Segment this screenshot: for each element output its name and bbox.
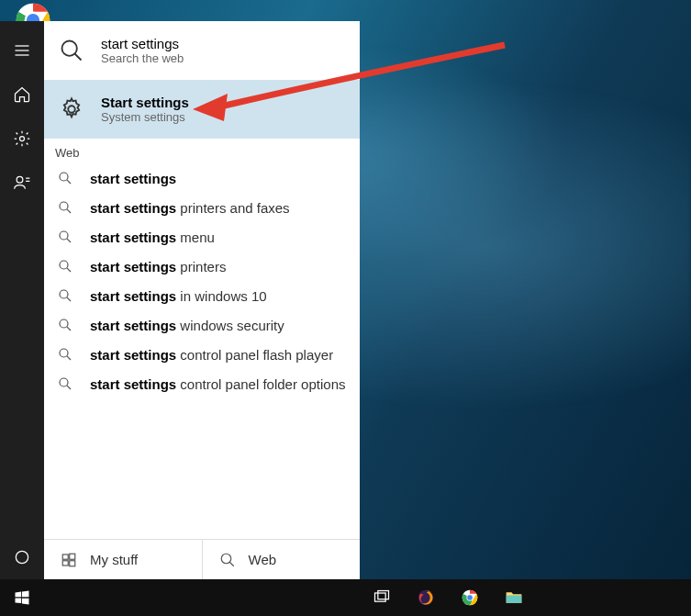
svg-rect-30 (62, 554, 68, 559)
svg-point-22 (60, 290, 68, 298)
result-search-web[interactable]: start settings Search the web (44, 21, 360, 80)
svg-rect-32 (62, 560, 68, 565)
search-icon (57, 229, 73, 245)
svg-line-19 (67, 239, 71, 242)
search-icon (57, 258, 73, 274)
result-subtitle: Search the web (101, 51, 184, 65)
web-suggestion[interactable]: start settings in windows 10 (44, 281, 360, 310)
gear-icon (57, 95, 86, 124)
result-title: start settings (101, 36, 184, 51)
svg-point-26 (60, 349, 68, 357)
search-results-panel: start settings Search the web Start sett… (44, 21, 360, 579)
svg-line-25 (67, 327, 71, 330)
task-view-icon (373, 588, 391, 607)
start-button[interactable] (0, 579, 44, 616)
web-suggestion[interactable]: start settings control panel flash playe… (44, 340, 360, 369)
taskbar-task-view[interactable] (360, 579, 404, 616)
svg-line-17 (67, 209, 71, 213)
web-suggestion[interactable]: start settings (44, 163, 360, 193)
svg-rect-38 (378, 591, 389, 599)
search-scope-footer: My stuff Web (44, 539, 360, 579)
svg-point-14 (60, 173, 68, 181)
tab-label: Web (249, 552, 277, 567)
svg-line-29 (67, 386, 71, 389)
taskbar-chrome[interactable] (448, 579, 492, 616)
web-suggestion-text: start settings control panel folder opti… (90, 376, 346, 392)
chrome-icon (461, 588, 479, 607)
gear-icon[interactable] (0, 117, 44, 161)
search-icon (57, 199, 73, 216)
result-title: Start settings (101, 95, 189, 110)
search-icon (57, 317, 73, 333)
tab-label: My stuff (90, 552, 138, 567)
svg-rect-31 (70, 554, 75, 559)
svg-line-12 (75, 54, 82, 61)
firefox-icon (417, 588, 435, 607)
web-suggestion-text: start settings in windows 10 (90, 288, 267, 304)
web-suggestion-text: start settings menu (90, 230, 215, 245)
feedback-icon[interactable] (0, 161, 44, 205)
folder-icon (505, 588, 523, 607)
web-suggestion[interactable]: start settings windows security (44, 310, 360, 340)
windows-icon (13, 588, 31, 607)
svg-line-23 (67, 297, 71, 301)
hamburger-icon[interactable] (0, 28, 44, 73)
svg-point-10 (16, 551, 28, 563)
svg-point-11 (62, 41, 77, 56)
search-icon (219, 552, 236, 568)
web-suggestion-text: start settings control panel flash playe… (90, 347, 333, 363)
search-icon (57, 36, 86, 65)
svg-point-9 (17, 176, 23, 183)
search-icon (57, 346, 73, 363)
svg-point-20 (60, 261, 68, 269)
search-icon (57, 375, 73, 392)
taskbar-firefox[interactable] (404, 579, 448, 616)
svg-point-28 (60, 378, 68, 386)
svg-line-15 (67, 180, 71, 184)
svg-point-34 (221, 554, 231, 564)
taskbar (0, 579, 691, 616)
svg-rect-33 (70, 560, 75, 566)
svg-line-27 (67, 356, 71, 360)
web-suggestion-text: start settings printers (90, 259, 226, 274)
section-header-web: Web (44, 139, 360, 163)
svg-line-35 (229, 562, 234, 566)
search-icon (57, 287, 73, 304)
svg-line-21 (67, 268, 71, 272)
web-suggestion-text: start settings (90, 171, 176, 186)
taskbar-file-explorer[interactable] (492, 579, 536, 616)
tab-my-stuff[interactable]: My stuff (44, 540, 202, 579)
cortana-circle-icon[interactable] (0, 535, 44, 579)
svg-rect-37 (375, 593, 386, 601)
web-suggestion[interactable]: start settings printers and faxes (44, 193, 360, 222)
cortana-left-rail (0, 21, 44, 579)
search-icon (57, 170, 73, 186)
web-suggestion-text: start settings windows security (90, 318, 284, 333)
svg-point-16 (60, 202, 68, 210)
svg-point-8 (20, 137, 25, 141)
web-suggestion[interactable]: start settings control panel folder opti… (44, 369, 360, 398)
svg-point-13 (68, 106, 74, 112)
tab-web[interactable]: Web (202, 540, 361, 579)
web-suggestion[interactable]: start settings menu (44, 222, 360, 252)
web-suggestion[interactable]: start settings printers (44, 252, 360, 281)
svg-point-24 (60, 319, 68, 328)
web-suggestion-text: start settings printers and faxes (90, 200, 290, 216)
result-best-match[interactable]: Start settings System settings (44, 80, 360, 139)
windows-icon (61, 552, 77, 568)
svg-point-18 (60, 231, 68, 240)
result-subtitle: System settings (101, 110, 189, 124)
home-icon[interactable] (0, 73, 44, 117)
